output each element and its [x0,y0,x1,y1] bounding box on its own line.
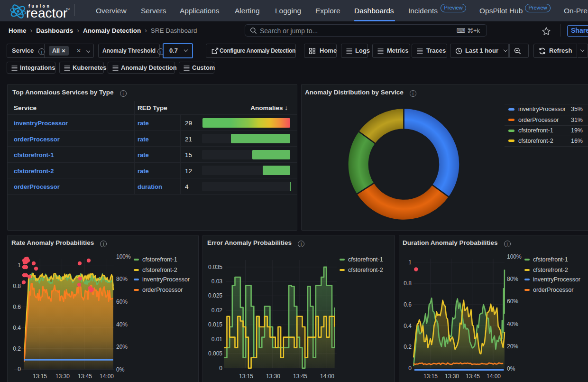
svg-text:TM: TM [66,8,70,10]
svg-text:reactor: reactor [26,6,67,19]
